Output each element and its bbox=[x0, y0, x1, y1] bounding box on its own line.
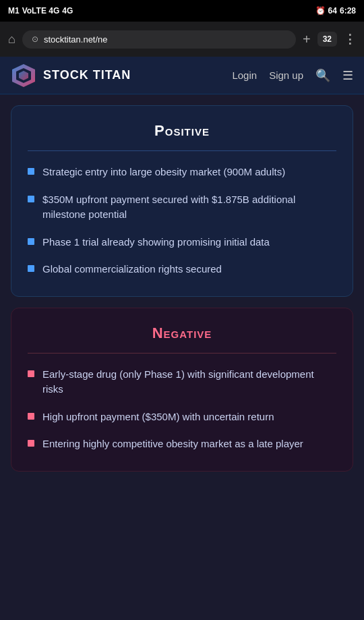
list-item: $350M upfront payment secured with $1.87… bbox=[28, 192, 336, 223]
new-tab-button[interactable]: + bbox=[303, 32, 311, 47]
status-bar: M1 VoLTE 4G 4G ⏰ 64 6:28 bbox=[0, 0, 364, 22]
bullet-icon bbox=[28, 370, 34, 377]
browser-url-bar[interactable]: ⊙ stocktitan.net/ne bbox=[22, 30, 296, 49]
list-item: High upfront payment ($350M) with uncert… bbox=[28, 410, 336, 425]
signup-link[interactable]: Sign up bbox=[269, 69, 303, 81]
positive-bullet-text-4: Global commercialization rights secured bbox=[42, 262, 222, 277]
browser-chrome: ⌂ ⊙ stocktitan.net/ne + 32 ⋮ bbox=[0, 22, 364, 57]
negative-section: Negative Early-stage drug (only Phase 1)… bbox=[11, 308, 353, 472]
main-content: Positive Strategic entry into large obes… bbox=[0, 105, 364, 472]
stocktitan-logo-icon bbox=[11, 63, 36, 88]
navbar-actions: Login Sign up 🔍 ☰ bbox=[232, 68, 353, 83]
positive-bullet-text-2: $350M upfront payment secured with $1.87… bbox=[42, 192, 336, 223]
battery-label: 64 bbox=[328, 6, 337, 16]
network-type-label: VoLTE 4G bbox=[22, 6, 60, 16]
negative-section-title: Negative bbox=[28, 325, 336, 342]
navbar: STOCK TITAN Login Sign up 🔍 ☰ bbox=[0, 57, 364, 94]
navbar-logo: STOCK TITAN bbox=[11, 63, 232, 88]
status-left: M1 VoLTE 4G 4G bbox=[8, 6, 73, 16]
search-button[interactable]: 🔍 bbox=[315, 68, 330, 83]
login-link[interactable]: Login bbox=[232, 69, 257, 81]
list-item: Strategic entry into large obesity marke… bbox=[28, 165, 336, 180]
alarm-icon: ⏰ bbox=[315, 6, 326, 16]
bullet-icon bbox=[28, 168, 34, 175]
negative-bullet-list: Early-stage drug (only Phase 1) with sig… bbox=[28, 367, 336, 452]
navbar-title: STOCK TITAN bbox=[43, 68, 131, 82]
list-item: Entering highly competitive obesity mark… bbox=[28, 436, 336, 452]
negative-bullet-text-2: High upfront payment ($350M) with uncert… bbox=[42, 410, 274, 425]
browser-home-button[interactable]: ⌂ bbox=[8, 32, 16, 47]
positive-bullet-text-1: Strategic entry into large obesity marke… bbox=[42, 165, 285, 180]
time-label: 6:28 bbox=[340, 6, 356, 16]
positive-divider bbox=[28, 150, 336, 151]
positive-section-title: Positive bbox=[28, 122, 336, 140]
browser-menu-button[interactable]: ⋮ bbox=[344, 32, 356, 47]
status-right: ⏰ 64 6:28 bbox=[315, 6, 356, 16]
negative-divider bbox=[28, 353, 336, 354]
list-item: Global commercialization rights secured bbox=[28, 262, 336, 277]
bullet-icon bbox=[28, 238, 34, 245]
bullet-icon bbox=[28, 265, 34, 272]
hamburger-menu-button[interactable]: ☰ bbox=[342, 68, 353, 83]
list-item: Phase 1 trial already showing promising … bbox=[28, 235, 336, 250]
positive-section: Positive Strategic entry into large obes… bbox=[11, 105, 353, 297]
tab-count-button[interactable]: 32 bbox=[317, 32, 337, 47]
negative-bullet-text-1: Early-stage drug (only Phase 1) with sig… bbox=[42, 367, 336, 397]
signal-label: 4G bbox=[62, 6, 73, 16]
negative-bullet-text-3: Entering highly competitive obesity mark… bbox=[42, 436, 303, 452]
list-item: Early-stage drug (only Phase 1) with sig… bbox=[28, 367, 336, 397]
positive-bullet-text-3: Phase 1 trial already showing promising … bbox=[42, 235, 270, 250]
bullet-icon bbox=[28, 440, 34, 447]
url-security-icon: ⊙ bbox=[32, 34, 38, 44]
bullet-icon bbox=[28, 196, 34, 202]
bullet-icon bbox=[28, 413, 34, 420]
carrier-label: M1 bbox=[8, 6, 20, 16]
url-text: stocktitan.net/ne bbox=[44, 34, 108, 45]
positive-bullet-list: Strategic entry into large obesity marke… bbox=[28, 165, 336, 277]
